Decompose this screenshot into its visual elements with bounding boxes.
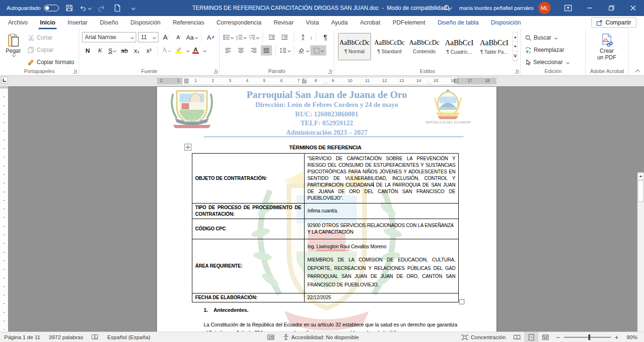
accessibility-status[interactable]: Accesibilidad: No disponible xyxy=(279,332,363,342)
horizontal-ruler[interactable]: 21123456789101112131415161718 xyxy=(157,78,496,84)
find-button[interactable]: Buscar xyxy=(524,32,582,43)
align-center-button[interactable] xyxy=(235,45,247,56)
print-layout-button[interactable] xyxy=(524,332,538,342)
document-page[interactable]: SAN JUAN Parroquial San Juan de Juana de… xyxy=(157,87,496,332)
row-value[interactable]: Ing. Liwinsgton Raul Cevallos Moreno MIE… xyxy=(305,239,459,293)
clipboard-dialog-launcher-icon[interactable] xyxy=(73,70,77,73)
table-move-handle-icon[interactable] xyxy=(184,144,191,151)
page-indicator[interactable]: Página 1 de 11 xyxy=(0,332,45,342)
styles-more-icon[interactable] xyxy=(513,51,517,61)
paragraph-dialog-launcher-icon[interactable] xyxy=(328,70,332,73)
tab-vista[interactable]: Vista xyxy=(300,17,325,29)
share-button[interactable]: Compartir xyxy=(591,17,636,28)
user-name[interactable]: maria lourdes peñafiel parrales xyxy=(459,5,534,11)
minimize-icon[interactable] xyxy=(579,0,601,16)
tab-inicio[interactable]: Inicio xyxy=(34,17,62,29)
style-cuadricula[interactable]: AaBbCcI¶ Cuadríc... xyxy=(443,33,476,60)
proofing-icon[interactable] xyxy=(87,332,103,342)
row-value[interactable]: 22/12/2025 xyxy=(305,293,459,302)
autosave-switch-icon[interactable] xyxy=(44,5,59,11)
customize-toolbar-icon[interactable] xyxy=(128,2,139,14)
save-icon[interactable] xyxy=(64,2,75,14)
row-value[interactable]: ínfima cuantía. xyxy=(305,204,459,219)
tab-diseno[interactable]: Diseño xyxy=(94,17,124,29)
web-layout-button[interactable] xyxy=(538,332,553,342)
borders-button[interactable] xyxy=(310,45,326,56)
highlight-chevron-icon[interactable] xyxy=(186,49,190,52)
style-table-paragraph[interactable]: AaBbCcI¶ Table Pa... xyxy=(478,33,511,60)
left-indent-icon[interactable] xyxy=(323,81,328,84)
word-count[interactable]: 3972 palabras xyxy=(45,332,88,342)
bold-button[interactable]: N xyxy=(82,45,93,56)
style-contenido[interactable]: AaBbCcDcContenido xyxy=(408,33,441,60)
font-name-combo[interactable]: Arial Narrow xyxy=(82,32,136,42)
language-indicator[interactable]: Español (España) xyxy=(103,332,154,342)
subscript-button[interactable]: x₂ xyxy=(131,45,142,56)
font-size-combo[interactable]: 11 xyxy=(138,32,158,42)
paste-button[interactable]: Pegar xyxy=(3,32,24,68)
table-left-grip-icon[interactable] xyxy=(184,79,189,83)
right-indent-icon[interactable] xyxy=(427,81,431,84)
zoom-out-icon[interactable]: − xyxy=(556,334,560,341)
justify-button[interactable] xyxy=(261,45,272,56)
bullets-button[interactable] xyxy=(223,32,234,42)
table-resize-handle[interactable] xyxy=(459,299,464,304)
search-icon[interactable] xyxy=(441,2,453,14)
shading-button[interactable] xyxy=(297,45,309,56)
superscript-button[interactable]: x² xyxy=(143,45,155,56)
terms-table[interactable]: OBJETO DE CONTRATRACIÓN: “SERVICIO DE CA… xyxy=(192,153,459,302)
style-normal[interactable]: AaBbCcDc¶ Normal xyxy=(338,33,371,60)
format-painter-button[interactable]: Copiar formato xyxy=(26,57,75,68)
replace-button[interactable]: b Reemplazar xyxy=(524,44,582,56)
align-left-button[interactable] xyxy=(223,45,234,56)
avatar[interactable]: ML xyxy=(538,2,551,14)
styles-scroll-up-icon[interactable] xyxy=(513,33,517,42)
tab-ayuda[interactable]: Ayuda xyxy=(325,17,354,29)
row-label[interactable]: ÁREA REQUIRENTE: xyxy=(192,239,305,293)
tab-correspondencia[interactable]: Correspondencia xyxy=(210,17,267,29)
styles-scroll-down-icon[interactable] xyxy=(513,42,517,51)
row-label[interactable]: OBJETO DE CONTRATRACIÓN: xyxy=(192,154,305,204)
tab-acrobat[interactable]: Acrobat xyxy=(354,17,387,29)
numbering-button[interactable]: 123 xyxy=(235,32,247,42)
row-label[interactable]: TIPO DE PROCESO DE PROCEDIMIENTO DE CONT… xyxy=(192,204,305,219)
styles-dialog-launcher-icon[interactable] xyxy=(515,70,519,73)
macro-recording-icon[interactable] xyxy=(263,332,279,342)
tab-pdfelement[interactable]: PDFelement xyxy=(387,17,431,29)
strikethrough-button[interactable]: ab xyxy=(119,45,130,56)
show-marks-button[interactable]: ¶ xyxy=(320,32,331,42)
body-paragraph[interactable]: La Constitución de la República del Ecua… xyxy=(204,321,457,332)
shrink-font-button[interactable]: Aˇ xyxy=(173,32,184,42)
increase-indent-button[interactable] xyxy=(279,32,290,42)
grow-font-button[interactable]: Aˆ xyxy=(160,32,171,42)
font-dialog-launcher-icon[interactable] xyxy=(214,70,217,73)
new-document-icon[interactable] xyxy=(112,2,123,14)
zoom-level[interactable]: 90% xyxy=(622,334,644,340)
ribbon-display-options-icon[interactable] xyxy=(557,0,579,16)
focus-mode-button[interactable]: Concentración xyxy=(457,334,510,340)
scroll-up-icon[interactable] xyxy=(638,173,644,179)
tab-referencias[interactable]: Referencias xyxy=(167,17,211,29)
tab-diseno-de-tabla[interactable]: Diseño de tabla xyxy=(431,17,485,29)
vertical-ruler[interactable] xyxy=(0,86,8,332)
line-spacing-button[interactable] xyxy=(279,45,290,56)
autosave-toggle[interactable]: Autoguardado xyxy=(7,5,59,11)
font-color-chevron-icon[interactable] xyxy=(203,49,206,52)
underline-button[interactable]: S xyxy=(107,45,118,56)
first-line-indent-icon[interactable] xyxy=(303,78,308,81)
row-value[interactable]: 92900 OTROS SERVICIOS RELACIONADOS CON L… xyxy=(305,219,459,239)
zoom-thumb[interactable] xyxy=(588,334,590,340)
restore-icon[interactable] xyxy=(601,0,622,16)
font-color-button[interactable]: A xyxy=(190,45,201,56)
sort-button[interactable]: AZ xyxy=(297,32,309,42)
vertical-scrollbar[interactable] xyxy=(637,172,644,332)
tab-revisar[interactable]: Revisar xyxy=(267,17,299,29)
tab-disposicion-tabla[interactable]: Disposición xyxy=(485,17,527,29)
collapse-ribbon-icon[interactable] xyxy=(636,70,640,74)
tab-disposicion[interactable]: Disposición xyxy=(124,17,167,29)
create-pdf-button[interactable]: Crear un PDF xyxy=(588,32,625,61)
scrollbar-thumb[interactable] xyxy=(638,180,644,202)
zoom-slider[interactable]: − + xyxy=(553,334,622,341)
multilevel-list-button[interactable]: 1ai xyxy=(248,32,259,42)
highlight-button[interactable] xyxy=(173,45,184,56)
